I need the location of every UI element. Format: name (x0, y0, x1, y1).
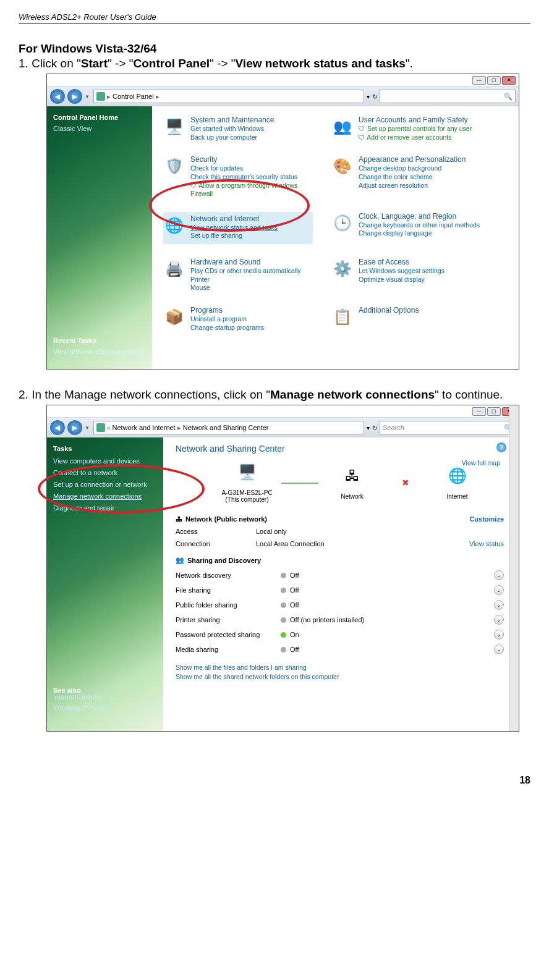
sidebar: Control Panel Home Classic View Recent T… (47, 106, 152, 369)
cat-title[interactable]: Hardware and Sound (190, 258, 301, 266)
cat-link[interactable]: Back up your computer (190, 133, 274, 142)
close-button[interactable]: ✕ (502, 76, 516, 85)
cat-link[interactable]: 🛡 Add or remove user accounts (359, 133, 472, 142)
sidebar-home[interactable]: Control Panel Home (53, 114, 146, 121)
cat-link[interactable]: Uninstall a program (190, 315, 264, 324)
cat-link[interactable]: Mouse (190, 284, 301, 292)
maximize-button[interactable]: ▢ (487, 407, 501, 416)
breadcrumb[interactable]: « Network and Internet ▸ Network and Sha… (93, 421, 364, 434)
cat-link[interactable]: Printer (190, 276, 301, 284)
task-setup-connection[interactable]: Set up a connection or network (53, 481, 157, 488)
expand-button[interactable]: ⌄ (494, 615, 504, 625)
expand-button[interactable]: ⌄ (494, 644, 504, 654)
search-input[interactable]: Search 🔍 (380, 421, 516, 434)
cat-link[interactable]: Adjust screen resolution (359, 182, 466, 190)
cat-link[interactable]: 🛡 Allow a program through Windows Firewa… (190, 182, 313, 198)
task-manage-connections[interactable]: Manage network connections (53, 492, 157, 500)
cat-link[interactable]: Change keyboards or other input methods (359, 221, 480, 230)
cat-title[interactable]: System and Maintenance (190, 116, 274, 124)
category-system[interactable]: 🖥️ System and Maintenance Get started wi… (163, 116, 313, 142)
history-dropdown[interactable]: ▼ (85, 94, 91, 99)
category-users[interactable]: 👥 User Accounts and Family Safety 🛡 Set … (331, 116, 481, 142)
cat-link[interactable]: Change the color scheme (359, 173, 466, 182)
task-connect-network[interactable]: Connect to a network (53, 469, 157, 476)
forward-button[interactable]: ► (67, 420, 82, 435)
cat-link[interactable]: Check this computer's security status (190, 173, 313, 182)
refresh-icon[interactable]: ↻ (372, 425, 377, 431)
history-dropdown[interactable]: ▼ (85, 425, 91, 431)
expand-button[interactable]: ⌄ (494, 630, 504, 640)
map-network: 🖧 Network (325, 467, 380, 500)
category-hardware[interactable]: 🖨️ Hardware and Sound Play CDs or other … (163, 258, 313, 292)
customize-link[interactable]: Customize (469, 515, 510, 523)
cat-link[interactable]: Set up file sharing (190, 232, 278, 240)
share-value: Off (no printers installed) (290, 616, 364, 623)
cat-link[interactable]: Get started with Windows (190, 125, 274, 133)
share-label: Password protected sharing (176, 631, 281, 638)
refresh-icon[interactable]: ↻ (372, 93, 377, 100)
recent-link[interactable]: View network status and tasks (53, 348, 145, 355)
refresh-button[interactable]: ▾ (367, 425, 370, 431)
expand-button[interactable]: ⌄ (494, 585, 504, 595)
status-indicator-icon (281, 617, 286, 623)
cat-link[interactable]: View network status and tasks (190, 224, 278, 232)
maximize-button[interactable]: ▢ (487, 76, 501, 85)
cat-link[interactable]: Change desktop background (359, 164, 466, 173)
cat-title[interactable]: Network and Internet (190, 214, 278, 223)
category-additional[interactable]: 📋 Additional Options (331, 306, 481, 332)
cat-link[interactable]: Check for updates (190, 164, 313, 173)
cat-title[interactable]: Programs (190, 306, 264, 315)
seealso-firewall[interactable]: Windows Firewall (53, 704, 106, 711)
show-shared-folders-link[interactable]: Show me all the shared network folders o… (176, 672, 510, 682)
node-label: Internet (430, 493, 485, 500)
back-button[interactable]: ◄ (50, 89, 65, 104)
cat-title[interactable]: User Accounts and Family Safety (359, 116, 472, 124)
expand-button[interactable]: ⌄ (494, 600, 504, 610)
security-icon: 🛡️ (163, 155, 185, 177)
cat-title[interactable]: Additional Options (359, 306, 419, 315)
row-file-sharing: File sharing Off ⌄ (176, 583, 510, 598)
category-ease[interactable]: ⚙️ Ease of Access Let Windows suggest se… (331, 258, 481, 292)
cat-title[interactable]: Ease of Access (359, 258, 445, 266)
main-pane: 🖥️ System and Maintenance Get started wi… (152, 106, 519, 369)
crumb-item[interactable]: Network and Internet (113, 424, 176, 431)
scrollbar[interactable] (509, 405, 519, 731)
share-label: File sharing (176, 586, 281, 594)
connection-label: Connection (176, 540, 256, 547)
category-network[interactable]: 🌐 Network and Internet View network stat… (163, 212, 313, 244)
crumb-item[interactable]: Network and Sharing Center (183, 424, 269, 431)
view-status-link[interactable]: View status (469, 540, 510, 547)
minimize-button[interactable]: — (472, 407, 486, 416)
cat-link[interactable]: Change display language (359, 229, 480, 238)
expand-button[interactable]: ⌄ (494, 570, 504, 580)
minimize-button[interactable]: — (472, 76, 486, 85)
cat-link[interactable]: Play CDs or other media automatically (190, 267, 301, 276)
cat-title[interactable]: Clock, Language, and Region (359, 212, 480, 221)
category-appearance[interactable]: 🎨 Appearance and Personalization Change … (331, 155, 481, 198)
category-security[interactable]: 🛡️ Security Check for updates Check this… (163, 155, 313, 198)
crumb-arrow-icon: ▸ (156, 93, 160, 101)
cat-link[interactable]: Let Windows suggest settings (359, 267, 445, 276)
task-view-computers[interactable]: View computers and devices (53, 457, 157, 465)
row-network-discovery: Network discovery Off ⌄ (176, 568, 510, 583)
cat-link[interactable]: Change startup programs (190, 324, 264, 332)
cat-title[interactable]: Security (190, 155, 313, 164)
crumb-item[interactable]: Control Panel (113, 93, 154, 100)
cat-link[interactable]: 🛡 Set up parental controls for any user (359, 125, 472, 133)
seealso-internet-options[interactable]: Internet Options (53, 693, 101, 701)
forward-button[interactable]: ► (67, 89, 82, 104)
search-input[interactable]: 🔍 (380, 90, 516, 103)
network-sharing-window: — ▢ ✕ ◄ ► ▼ « Network and Internet ▸ Net… (46, 405, 519, 732)
cat-title[interactable]: Appearance and Personalization (359, 155, 466, 164)
refresh-button[interactable]: ▾ (367, 93, 370, 100)
sidebar-classic[interactable]: Classic View (53, 125, 146, 132)
cat-link[interactable]: Optimize visual display (359, 276, 445, 284)
back-button[interactable]: ◄ (50, 420, 65, 435)
category-programs[interactable]: 📦 Programs Uninstall a program Change st… (163, 306, 313, 332)
show-all-files-link[interactable]: Show me all the files and folders I am s… (176, 663, 510, 672)
view-full-map-link[interactable]: View full map (462, 459, 500, 467)
task-diagnose[interactable]: Diagnose and repair (53, 504, 157, 512)
help-icon[interactable]: ? (496, 442, 506, 452)
breadcrumb[interactable]: ▸ Control Panel ▸ (93, 90, 364, 103)
category-clock[interactable]: 🕒 Clock, Language, and Region Change key… (331, 212, 481, 244)
